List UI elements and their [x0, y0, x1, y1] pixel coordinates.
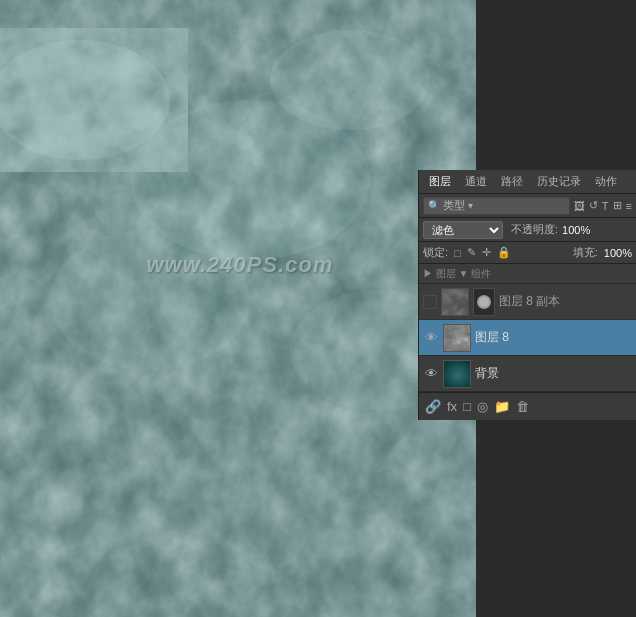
icon-refresh[interactable]: ↺	[589, 199, 598, 212]
svg-rect-8	[442, 289, 469, 316]
icon-text[interactable]: T	[602, 200, 609, 212]
svg-point-4	[270, 30, 430, 130]
tab-history[interactable]: 历史记录	[531, 172, 587, 191]
eye-icon-layer8[interactable]: 👁	[423, 330, 439, 346]
mask-thumb-white	[477, 295, 491, 309]
search-dropdown-icon[interactable]: ▾	[468, 200, 473, 211]
search-icon: 🔍	[428, 200, 440, 211]
tabs-row: 图层 通道 路径 历史记录 动作	[419, 170, 636, 194]
layer-name-8: 图层 8	[475, 329, 632, 346]
fill-label: 填充:	[573, 245, 598, 260]
search-box[interactable]: 🔍 类型 ▾	[423, 197, 570, 215]
lock-icon-all[interactable]: 🔒	[497, 246, 511, 259]
tab-channels[interactable]: 通道	[459, 172, 493, 191]
lock-icon-paint[interactable]: ✎	[467, 246, 476, 259]
layer-collapsed-top: ▶ 图层 ▼ 组件	[419, 264, 636, 284]
toolbar-fx-icon[interactable]: fx	[447, 399, 457, 414]
tab-layers[interactable]: 图层	[423, 172, 457, 191]
lock-row: 锁定: □ ✎ ✛ 🔒 填充: 100%	[419, 242, 636, 264]
svg-rect-10	[444, 325, 471, 352]
watermark: www.240PS.com	[146, 252, 333, 278]
layers-list: 图层 8 副本 👁 图层 8 👁	[419, 284, 636, 392]
toolbar-delete-icon[interactable]: 🗑	[516, 399, 529, 414]
eye-icon-bg[interactable]: 👁	[423, 366, 439, 382]
icon-image[interactable]: 🖼	[574, 200, 585, 212]
layer-row-bg[interactable]: 👁 背景	[419, 356, 636, 392]
layer-thumb-copy	[441, 288, 469, 316]
lock-icon-transparent[interactable]: □	[454, 247, 461, 259]
blend-mode-select[interactable]: 滤色	[423, 221, 503, 239]
layer-thumb-bg	[443, 360, 471, 388]
canvas-texture	[0, 0, 480, 617]
toolbar-link-icon[interactable]: 🔗	[425, 399, 441, 414]
layer-collapsed-label: ▶ 图层 ▼ 组件	[423, 267, 491, 281]
layers-panel: 图层 通道 路径 历史记录 动作 🔍 类型 ▾ 🖼 ↺ T ⊞ ≡ 滤色 不透明…	[418, 170, 636, 420]
layer-visibility-checkbox[interactable]	[423, 295, 437, 309]
toolbar-mask-icon[interactable]: □	[463, 399, 471, 414]
tab-actions[interactable]: 动作	[589, 172, 623, 191]
search-type-label: 类型	[443, 198, 465, 213]
layer-thumb-8	[443, 324, 471, 352]
toolbar-group-icon[interactable]: 📁	[494, 399, 510, 414]
layer-row-8[interactable]: 👁 图层 8	[419, 320, 636, 356]
tab-paths[interactable]: 路径	[495, 172, 529, 191]
fill-value: 100%	[604, 247, 632, 259]
icon-grid[interactable]: ⊞	[613, 199, 622, 212]
layer-name-bg: 背景	[475, 365, 632, 382]
search-icon-group: 🖼 ↺ T ⊞ ≡	[574, 199, 632, 212]
svg-rect-11	[444, 361, 471, 388]
blend-row: 滤色 不透明度: 100%	[419, 218, 636, 242]
search-row: 🔍 类型 ▾ 🖼 ↺ T ⊞ ≡	[419, 194, 636, 218]
bottom-toolbar: 🔗 fx □ ◎ 📁 🗑	[419, 392, 636, 420]
canvas-area: www.240PS.com	[0, 0, 480, 617]
opacity-value: 100%	[562, 224, 590, 236]
icon-menu[interactable]: ≡	[626, 200, 632, 212]
layer-mask-copy	[473, 288, 495, 316]
layer-row-copy[interactable]: 图层 8 副本	[419, 284, 636, 320]
opacity-label: 不透明度:	[511, 222, 558, 237]
lock-label: 锁定:	[423, 245, 448, 260]
svg-point-5	[50, 230, 250, 370]
layer-name-copy: 图层 8 副本	[499, 293, 632, 310]
lock-icon-move[interactable]: ✛	[482, 246, 491, 259]
toolbar-adjustment-icon[interactable]: ◎	[477, 399, 488, 414]
